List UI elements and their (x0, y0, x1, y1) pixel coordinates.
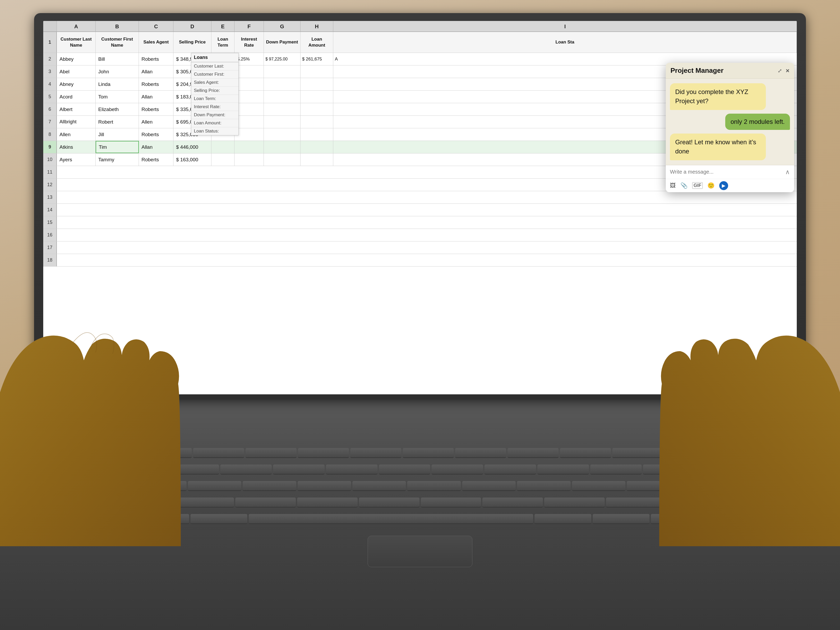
cell-10c[interactable]: Roberts (139, 153, 174, 166)
cell-8b[interactable]: Jill (96, 128, 139, 140)
cell-3b[interactable]: John (96, 65, 139, 78)
col-header-h: H (300, 21, 333, 32)
chat-title: Project Manager (671, 66, 723, 75)
cell-5c[interactable]: Allan (139, 91, 174, 103)
cell-9c[interactable]: Allan (139, 141, 174, 153)
cell-1e[interactable]: Loan Term (212, 32, 235, 53)
row-num-8: 8 (43, 128, 57, 140)
cell-9b[interactable]: Tim (96, 141, 139, 153)
cell-9h[interactable] (300, 141, 333, 153)
cell-1c[interactable]: Sales Agent (139, 32, 174, 53)
cell-9e[interactable] (212, 141, 235, 153)
cell-10e[interactable] (212, 153, 235, 166)
cell-10h[interactable] (300, 153, 333, 166)
message-received-1: Did you complete the XYZ Project yet? (670, 83, 766, 110)
cell-2f[interactable]: 5.25% (235, 53, 264, 65)
cell-2c[interactable]: Roberts (139, 53, 174, 65)
cell-4h[interactable] (300, 78, 333, 90)
attachment-icon[interactable]: 📎 (681, 182, 687, 189)
cell-9d[interactable]: $ 446,000 (174, 141, 212, 153)
cell-8h[interactable] (300, 128, 333, 140)
cell-1f[interactable]: Interest Rate (235, 32, 264, 53)
cell-3c[interactable]: Allan (139, 65, 174, 78)
col-header-g: G (264, 21, 300, 32)
cell-10a[interactable]: Ayers (57, 153, 96, 166)
cell-2a[interactable]: Abbey (57, 53, 96, 65)
cell-10f[interactable] (235, 153, 264, 166)
cell-7c[interactable]: Allen (139, 116, 174, 128)
chat-input-area[interactable]: ∧ (666, 165, 794, 179)
chat-message-input[interactable] (670, 169, 783, 175)
table-row[interactable]: 13 (43, 191, 797, 204)
cell-9a[interactable]: Atkins (57, 141, 96, 153)
cell-5f[interactable] (235, 91, 264, 103)
header-data-row: 1 Customer Last Name Customer First Name… (43, 32, 797, 53)
cell-10g[interactable] (264, 153, 300, 166)
cell-6h[interactable] (300, 103, 333, 115)
chevron-up-icon[interactable]: ∧ (785, 169, 790, 176)
trackpad[interactable] (368, 536, 472, 567)
table-row[interactable]: 16 (43, 229, 797, 241)
cell-7a[interactable]: Allbright (57, 116, 96, 128)
cell-4f[interactable] (235, 78, 264, 90)
table-row[interactable]: 14 (43, 204, 797, 216)
table-row[interactable]: 18 (43, 254, 797, 266)
form-field-3: Sales Agent: (191, 79, 238, 87)
cell-5b[interactable]: Tom (96, 91, 139, 103)
cell-4b[interactable]: Linda (96, 78, 139, 90)
cell-1d[interactable]: Selling Price (174, 32, 212, 53)
cell-7f[interactable] (235, 116, 264, 128)
cell-3a[interactable]: Abel (57, 65, 96, 78)
cell-7b[interactable]: Robert (96, 116, 139, 128)
close-icon[interactable]: × (786, 67, 789, 74)
cell-6b[interactable]: Elizabeth (96, 103, 139, 115)
table-row[interactable]: 17 (43, 241, 797, 254)
chat-header-actions: ⤢ × (778, 67, 789, 74)
gif-icon[interactable]: GIF (692, 182, 703, 189)
cell-2h[interactable]: $ 261,675 (300, 53, 333, 65)
cell-5a[interactable]: Acord (57, 91, 96, 103)
cell-4g[interactable] (264, 78, 300, 90)
cell-6f[interactable] (235, 103, 264, 115)
cell-9g[interactable] (264, 141, 300, 153)
emoji-icon[interactable]: 🙂 (707, 182, 715, 189)
form-field-2: Customer First: (191, 71, 238, 79)
cell-3f[interactable] (235, 65, 264, 78)
cell-1b[interactable]: Customer First Name (96, 32, 139, 53)
cell-10d[interactable]: $ 163,000 (174, 153, 212, 166)
cell-1i[interactable]: Loan Sta (333, 32, 797, 53)
image-icon[interactable]: 🖼 (670, 182, 676, 189)
cell-5h[interactable] (300, 91, 333, 103)
cell-1h[interactable]: Loan Amount (300, 32, 333, 53)
cell-6g[interactable] (264, 103, 300, 115)
cell-1g[interactable]: Down Payment (264, 32, 300, 53)
col-header-e: E (212, 21, 235, 32)
cell-8f[interactable] (235, 128, 264, 140)
chat-header: Project Manager ⤢ × (666, 63, 794, 79)
cell-10b[interactable]: Tammy (96, 153, 139, 166)
cell-8a[interactable]: Allen (57, 128, 96, 140)
video-icon[interactable]: ▶ (719, 181, 728, 190)
cell-8c[interactable]: Roberts (139, 128, 174, 140)
cell-6a[interactable]: Albert (57, 103, 96, 115)
cell-8g[interactable] (264, 128, 300, 140)
col-header-a: A (57, 21, 96, 32)
form-title: Loans (191, 53, 238, 62)
cell-5g[interactable] (264, 91, 300, 103)
cell-6c[interactable]: Roberts (139, 103, 174, 115)
expand-icon[interactable]: ⤢ (778, 68, 782, 74)
cell-3h[interactable] (300, 65, 333, 78)
cell-2b[interactable]: Bill (96, 53, 139, 65)
data-form-panel: Loans Customer Last: Customer First: Sal… (191, 53, 239, 135)
cell-7h[interactable] (300, 116, 333, 128)
table-row[interactable]: 15 (43, 216, 797, 229)
cell-4c[interactable]: Roberts (139, 78, 174, 90)
cell-2g[interactable]: $ 97,225.00 (264, 53, 300, 65)
cell-4a[interactable]: Abney (57, 78, 96, 90)
cell-3g[interactable] (264, 65, 300, 78)
cell-1a[interactable]: Customer Last Name (57, 32, 96, 53)
form-field-1: Customer Last: (191, 62, 238, 71)
form-field-5: Loan Term: (191, 95, 238, 103)
cell-7g[interactable] (264, 116, 300, 128)
cell-9f[interactable] (235, 141, 264, 153)
